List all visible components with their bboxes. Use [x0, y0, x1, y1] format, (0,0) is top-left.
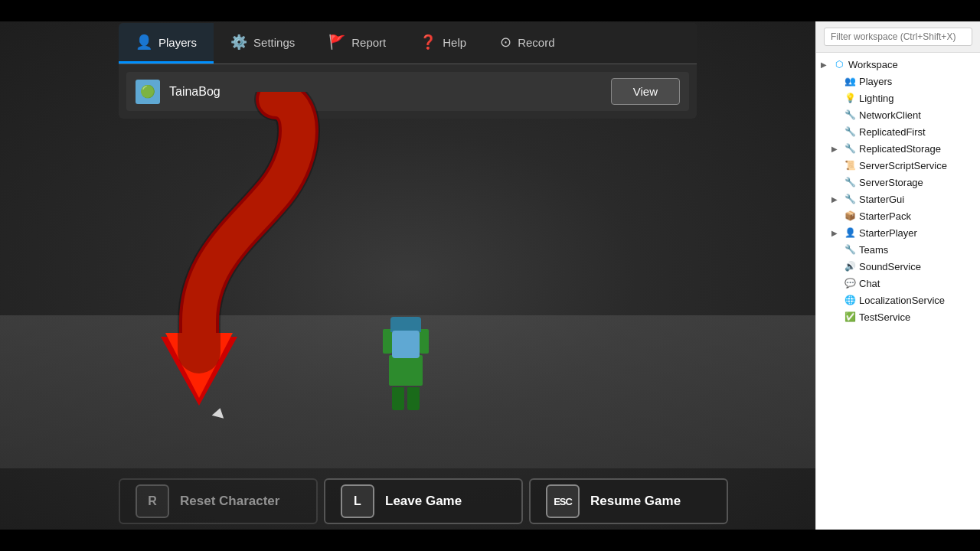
chevron-icon: ▶	[831, 229, 841, 237]
bottom-buttons: R Reset Character L Leave Game ESC Resum…	[119, 478, 728, 524]
tab-help[interactable]: ❓ Help	[403, 23, 483, 64]
char-body	[389, 355, 423, 386]
sidebar-item-chat[interactable]: 💬Chat	[816, 275, 980, 292]
reset-key-icon: R	[136, 484, 169, 518]
leave-key-icon: L	[341, 484, 374, 518]
sidebar-item-label: StarterPack	[859, 210, 911, 222]
players-tab-label: Players	[158, 36, 197, 49]
startergui-icon: 🔧	[844, 193, 856, 205]
player-name: TainaBog	[169, 85, 602, 99]
chevron-icon: ▶	[831, 195, 841, 204]
chat-icon: 💬	[844, 277, 856, 289]
player-list: 🟢 TainaBog View	[119, 64, 697, 119]
settings-tab-label: Settings	[253, 36, 295, 49]
localizationservice-icon: 🌐	[844, 294, 856, 306]
sidebar-item-lighting[interactable]: 💡Lighting	[816, 90, 980, 106]
sidebar-item-label: Players	[859, 76, 892, 87]
replicatedfirst-icon: 🔧	[844, 126, 856, 138]
chevron-icon: ▶	[831, 145, 841, 153]
teams-icon: 🔧	[844, 243, 856, 256]
sidebar-item-label: StarterPlayer	[859, 227, 917, 239]
serverscriptservice-icon: 📜	[844, 159, 856, 171]
black-bar-bottom	[0, 530, 980, 551]
sidebar-item-serverscriptservice[interactable]: 📜ServerScriptService	[816, 157, 980, 174]
sidebar-item-starterplayer[interactable]: ▶👤StarterPlayer	[816, 224, 980, 241]
resume-key-icon: ESC	[546, 484, 580, 518]
networkclient-icon: 🔧	[844, 109, 856, 121]
record-tab-label: Record	[518, 36, 554, 49]
leave-game-label: Leave Game	[385, 494, 462, 509]
black-bar-top	[0, 0, 980, 21]
sidebar-filter-area	[816, 21, 980, 53]
char-arm-left	[383, 329, 392, 354]
sidebar-item-players[interactable]: 👥Players	[816, 73, 980, 90]
char-leg-right	[407, 387, 420, 410]
char-legs	[375, 387, 436, 410]
sidebar-item-label: Workspace	[848, 59, 898, 70]
settings-tab-icon: ⚙️	[230, 34, 247, 51]
sidebar-item-testservice[interactable]: ✅TestService	[816, 308, 980, 325]
record-tab-icon: ⊙	[500, 34, 511, 51]
view-button[interactable]: View	[611, 78, 680, 105]
sidebar-item-label: ReplicatedFirst	[859, 126, 926, 138]
report-tab-icon: 🚩	[328, 34, 345, 51]
filter-input[interactable]	[824, 28, 972, 46]
players-panel: 👤 Players ⚙️ Settings 🚩 Report ❓ Help ⊙ …	[119, 23, 697, 119]
sidebar-item-workspace[interactable]: ▶⬡Workspace	[816, 56, 980, 73]
avatar: 🟢	[136, 80, 160, 104]
chevron-icon: ▶	[821, 60, 830, 69]
sidebar-item-localizationservice[interactable]: 🌐LocalizationService	[816, 292, 980, 308]
sidebar-item-label: TestService	[859, 311, 910, 323]
help-tab-icon: ❓	[420, 34, 436, 51]
leave-game-button[interactable]: L Leave Game	[324, 478, 523, 524]
sidebar-item-label: SoundService	[859, 261, 921, 272]
players-tab-icon: 👤	[136, 34, 152, 51]
sidebar-item-label: ReplicatedStorage	[859, 143, 941, 155]
resume-game-label: Resume Game	[590, 494, 681, 509]
sidebar-item-soundservice[interactable]: 🔊SoundService	[816, 258, 980, 275]
sidebar-item-replicatedstorage[interactable]: ▶🔧ReplicatedStorage	[816, 140, 980, 157]
sidebar-item-label: Teams	[859, 244, 888, 256]
sidebar-item-label: LocalizationService	[859, 295, 945, 306]
reset-character-button[interactable]: R Reset Character	[119, 478, 318, 524]
sidebar-item-startergui[interactable]: ▶🔧StarterGui	[816, 191, 980, 207]
sidebar-item-label: ServerScriptService	[859, 160, 947, 171]
sidebar-item-label: ServerStorage	[859, 177, 923, 188]
help-tab-label: Help	[443, 36, 466, 49]
right-sidebar: ▶⬡Workspace👥Players💡Lighting🔧NetworkClie…	[815, 21, 980, 530]
char-head	[392, 331, 420, 358]
tab-settings[interactable]: ⚙️ Settings	[214, 23, 312, 64]
sidebar-item-label: StarterGui	[859, 194, 904, 205]
sidebar-item-label: Chat	[859, 278, 880, 289]
tab-players[interactable]: 👤 Players	[119, 23, 214, 64]
sidebar-item-label: NetworkClient	[859, 109, 921, 121]
char-arm-right	[420, 329, 429, 354]
testservice-icon: ✅	[844, 311, 856, 323]
resume-game-button[interactable]: ESC Resume Game	[529, 478, 728, 524]
sidebar-item-serverstorage[interactable]: 🔧ServerStorage	[816, 174, 980, 191]
tab-bar: 👤 Players ⚙️ Settings 🚩 Report ❓ Help ⊙ …	[119, 23, 697, 64]
player-character	[375, 315, 436, 407]
sidebar-item-networkclient[interactable]: 🔧NetworkClient	[816, 106, 980, 123]
starterplayer-icon: 👤	[844, 227, 856, 239]
starterpack-icon: 📦	[844, 210, 856, 222]
sidebar-item-replicatedfirst[interactable]: 🔧ReplicatedFirst	[816, 123, 980, 140]
sidebar-item-starterpack[interactable]: 📦StarterPack	[816, 207, 980, 224]
lighting-icon: 💡	[844, 92, 856, 104]
sidebar-item-teams[interactable]: 🔧Teams	[816, 241, 980, 258]
players-icon: 👥	[844, 75, 856, 87]
replicatedstorage-icon: 🔧	[844, 142, 856, 155]
report-tab-label: Report	[351, 36, 386, 49]
sidebar-item-label: Lighting	[859, 93, 894, 104]
serverstorage-icon: 🔧	[844, 176, 856, 188]
char-leg-left	[392, 387, 404, 410]
table-row: 🟢 TainaBog View	[126, 72, 689, 111]
tree-list: ▶⬡Workspace👥Players💡Lighting🔧NetworkClie…	[816, 53, 980, 530]
char-hat	[390, 317, 421, 332]
reset-character-label: Reset Character	[180, 494, 279, 509]
tab-record[interactable]: ⊙ Record	[483, 23, 571, 64]
soundservice-icon: 🔊	[844, 260, 856, 272]
workspace-icon: ⬡	[833, 58, 845, 70]
tab-report[interactable]: 🚩 Report	[312, 23, 403, 64]
